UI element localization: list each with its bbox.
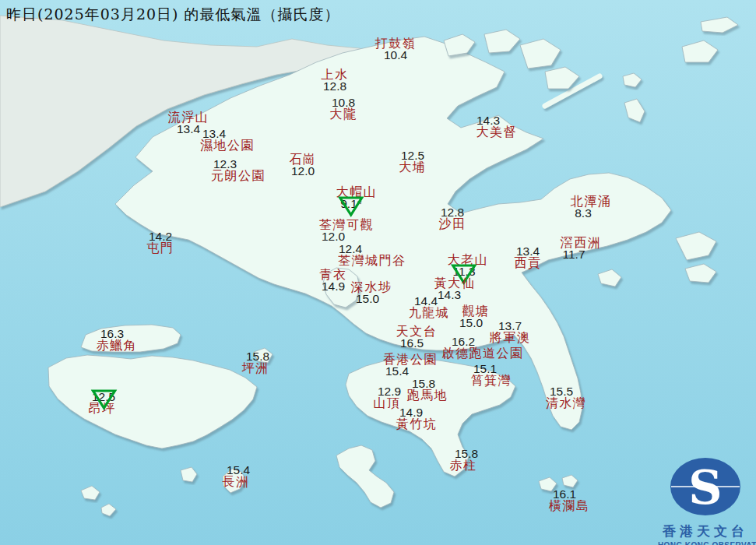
hko-logo: S 香港天文台 HONG KONG OBSERVATORY [658, 455, 753, 545]
station-value: 12.9 [376, 385, 403, 397]
station-label: 16.2啟德跑道公園 [442, 336, 524, 359]
hko-logo-name-en: HONG KONG OBSERVATORY [658, 541, 753, 545]
station-label: 13.4西貢 [515, 245, 542, 269]
station-value: 11.7 [554, 248, 595, 260]
station-value: 13.4 [187, 128, 241, 139]
station-label: 15.8坪洲 [242, 350, 269, 374]
station-name: 濕地公園 [200, 139, 255, 151]
station-name: 大老山 [448, 254, 489, 265]
station-label: 13.4濕地公園 [200, 128, 255, 151]
station-name: 屯門 [147, 242, 174, 254]
map-title: 昨日(2025年03月20日) 的最低氣溫（攝氏度） [6, 5, 340, 25]
station-label: 深水埗15.0 [351, 281, 392, 304]
station-label: 打鼓嶺10.4 [375, 37, 417, 61]
station-value: 12.3 [198, 158, 252, 170]
station-value: 13.7 [490, 320, 531, 332]
station-name: 青衣 [320, 269, 347, 280]
station-value: 15.1 [465, 363, 506, 374]
station-label: 12.5昂坪 [89, 391, 116, 414]
station-name: 黃竹坑 [396, 418, 438, 430]
station-value: 15.8 [403, 378, 445, 389]
station-name: 坪洲 [242, 362, 269, 374]
station-value: 12.5 [399, 149, 427, 161]
station-name: 觀塘 [462, 305, 490, 317]
station-label: 滘西洲11.7 [561, 237, 602, 260]
station-value: 14.9 [391, 406, 432, 418]
station-value: 12.8 [439, 206, 466, 218]
station-label: 15.4長洲 [223, 464, 250, 487]
hko-logo-monogram: S [688, 460, 722, 515]
station-name: 大美督 [476, 126, 518, 138]
station-value: 15.8 [244, 350, 272, 362]
station-value: 10.8 [330, 97, 357, 108]
station-label: 16.3赤鱲角 [97, 328, 138, 351]
station-value: 12.5 [90, 391, 118, 403]
station-label: 石崗12.0 [290, 153, 317, 177]
station-value: 13.4 [515, 245, 542, 257]
station-value: 16.2 [423, 336, 505, 347]
station-name: 跑馬地 [407, 389, 448, 401]
station-label: 14.2屯門 [147, 230, 174, 254]
station-name: 黃大仙 [434, 277, 476, 289]
station-value: 12.8 [322, 80, 349, 92]
station-label: 青衣14.9 [320, 269, 347, 292]
station-name: 啟德跑道公園 [442, 347, 524, 359]
station-name: 赤鱲角 [97, 339, 138, 351]
station-name: 石崗 [290, 153, 317, 165]
station-name: 滘西洲 [561, 237, 602, 248]
station-value: 15.4 [370, 365, 424, 377]
hko-logo-name-cn: 香港天文台 [658, 522, 753, 540]
station-label: 北潭涌8.3 [571, 195, 612, 219]
station-value: 10.4 [375, 49, 417, 61]
station-value: 15.5 [541, 385, 582, 397]
station-value: 8.3 [563, 207, 604, 219]
station-value: 14.4 [406, 295, 447, 307]
station-name: 荃灣城門谷 [338, 255, 406, 266]
station-value: 9.1* [331, 198, 372, 209]
min-temperature-map: 打鼓嶺10.4上水12.810.8大隴14.3大美督流浮山13.413.4濕地公… [0, 0, 756, 545]
station-value: 15.4 [225, 464, 252, 476]
station-label: 12.4荃灣城門谷 [338, 243, 406, 266]
station-value: 12.4 [316, 243, 385, 255]
station-name: 西貢 [515, 257, 542, 269]
station-name: 深水埗 [351, 281, 392, 293]
station-name: 大帽山 [336, 186, 378, 198]
station-name: 北潭涌 [571, 195, 612, 207]
station-name: 元朗公園 [211, 170, 265, 181]
station-label: 香港公園15.4 [383, 353, 438, 377]
station-value: 15.0 [347, 293, 389, 304]
station-label: 14.4九龍城 [409, 295, 450, 318]
station-value: 14.9 [320, 280, 347, 292]
station-label: 荃灣可觀12.0 [319, 219, 374, 242]
hong-kong-map [0, 0, 756, 545]
station-value: 16.3 [92, 328, 133, 339]
station-value: 14.2 [147, 230, 174, 242]
station-name: 大隴 [330, 108, 357, 120]
station-label: 12.5大埔 [399, 149, 427, 173]
station-label: 12.3元朗公園 [211, 158, 265, 181]
station-label: 10.8大隴 [330, 97, 357, 120]
station-label: 15.1筲箕灣 [471, 363, 512, 386]
station-label: 上水12.8 [322, 69, 349, 92]
station-value: 15.8 [453, 448, 480, 459]
station-name: 香港公園 [383, 353, 438, 365]
station-label: 14.9黃竹坑 [396, 406, 438, 430]
station-name: 沙田 [439, 218, 466, 230]
station-value: 12.0 [290, 165, 317, 177]
station-label: 大帽山9.1* [336, 186, 378, 209]
station-name: 九龍城 [409, 307, 450, 318]
station-label: 12.9山頂 [374, 385, 401, 409]
station-label: 15.8赤柱 [450, 448, 477, 471]
station-name: 大埔 [399, 161, 427, 173]
station-label: 12.8沙田 [439, 206, 466, 230]
hko-logo-emblem: S [658, 455, 753, 518]
station-name: 上水 [322, 69, 349, 80]
station-label: 15.5清水灣 [546, 385, 587, 409]
station-label: 大老山11.3 [448, 254, 489, 277]
station-name: 筲箕灣 [471, 374, 512, 386]
station-label: 15.8跑馬地 [407, 378, 448, 401]
station-value: 15.0 [458, 317, 485, 329]
station-value: 12.0 [306, 230, 360, 242]
station-label: 16.1橫瀾島 [549, 488, 590, 512]
station-name: 打鼓嶺 [375, 37, 417, 49]
